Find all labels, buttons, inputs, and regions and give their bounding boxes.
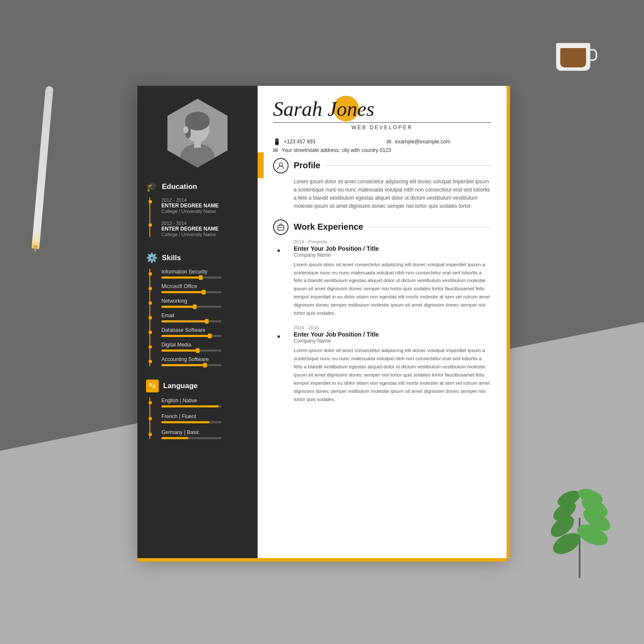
language-bar	[161, 405, 222, 407]
skill-bar	[161, 364, 222, 366]
profile-divider	[325, 165, 491, 166]
skill-bar-handle	[196, 348, 200, 353]
contact-email: ✉ example@example.com	[386, 138, 491, 145]
education-title: Education	[162, 182, 197, 191]
language-item: French | Fluent	[155, 413, 249, 423]
phone-icon: 📱	[273, 138, 280, 145]
edu-year-1: 2012 - 2014	[161, 197, 249, 203]
name-container: Sarah Jones	[273, 98, 374, 121]
language-icon: A文	[146, 380, 159, 392]
photo-area	[137, 86, 258, 176]
skill-name: Information Security	[161, 269, 249, 275]
edu-item-1: 2012 - 2014 ENTER DEGREE NAME College / …	[155, 197, 249, 214]
language-name: French | Fluent	[161, 413, 249, 419]
skill-bar-fill	[161, 349, 197, 352]
work-items-container: 2014 - Presents Enter Your Job Position …	[273, 239, 491, 404]
work-description: Lorem ipsum dolor sit amet consectetur a…	[294, 261, 491, 318]
skill-bar-fill	[161, 364, 205, 366]
work-years: 2014 - 2016	[294, 325, 491, 330]
edu-school-1: College / University Name	[161, 209, 249, 214]
language-bar	[161, 421, 222, 423]
work-job-title: Enter Your Job Position / Title	[294, 245, 491, 252]
phone-text: +123 457 893	[284, 139, 316, 145]
skill-name: Email	[161, 313, 249, 319]
skill-bar-handle	[199, 275, 203, 280]
skills-list: Information Security Microsoft Office Ne…	[149, 269, 249, 366]
skill-bar	[161, 320, 222, 322]
profile-section: Profile Lorem ipsum dolor sit amet conse…	[273, 158, 491, 211]
language-bar-fill	[161, 405, 219, 407]
profile-icon	[273, 158, 289, 173]
skills-section: ⚙️ Skills Information Security Microsoft…	[137, 247, 258, 374]
skill-bar-handle	[202, 290, 206, 295]
work-title-heading: Work Experience	[294, 222, 363, 232]
work-icon	[273, 219, 289, 235]
education-section: 🎓 Education 2012 - 2014 ENTER DEGREE NAM…	[137, 176, 258, 247]
work-company: Company Name	[294, 338, 491, 344]
skill-bar	[161, 306, 222, 308]
edu-degree-1: ENTER DEGREE NAME	[161, 203, 249, 209]
svg-rect-15	[194, 141, 201, 148]
edu-school-2: College / University Name	[161, 232, 249, 237]
work-years: 2014 - Presents	[294, 239, 491, 244]
language-section: A文 Language English | Native French | Fl…	[137, 374, 258, 449]
education-timeline: 2012 - 2014 ENTER DEGREE NAME College / …	[149, 197, 249, 237]
email-text: example@example.com	[395, 139, 450, 145]
skill-item: Digital Media	[155, 342, 249, 352]
skills-icon: ⚙️	[146, 252, 158, 264]
skill-name: Microsoft Office	[161, 283, 249, 289]
work-experience-section: Work Experience 2014 - Presents Enter Yo…	[273, 219, 491, 404]
skill-bar-fill	[161, 320, 207, 322]
main-content: Sarah Jones WEB DEVELOPER 📱 +123 457 893…	[258, 86, 507, 558]
language-bar-fill	[161, 437, 188, 439]
pencil-decoration	[31, 86, 53, 249]
address-icon: ✉	[273, 147, 278, 154]
work-item: 2014 - Presents Enter Your Job Position …	[273, 239, 491, 318]
email-icon: ✉	[386, 138, 392, 145]
skill-name: Database Software	[161, 327, 249, 333]
profile-title: Profile	[294, 161, 320, 170]
skill-bar	[161, 291, 222, 293]
skill-bar-handle	[203, 363, 207, 368]
work-job-title: Enter Your Job Position / Title	[294, 331, 491, 338]
skill-item: Microsoft Office	[155, 283, 249, 293]
yellow-accent-left	[258, 152, 264, 178]
language-name: Germany | Basic	[161, 429, 249, 435]
skill-bar-fill	[161, 291, 204, 293]
contact-address: ✉ Your street/state address, city with c…	[273, 147, 491, 154]
edu-degree-2: ENTER DEGREE NAME	[161, 226, 249, 232]
language-name: English | Native	[161, 398, 249, 404]
skill-item: Information Security	[155, 269, 249, 279]
edu-year-2: 2012 - 2014	[161, 221, 249, 226]
skill-name: Networking	[161, 298, 249, 304]
skill-bar-handle	[205, 319, 209, 324]
svg-point-14	[183, 126, 188, 133]
work-company: Company Name	[294, 252, 491, 258]
work-item: 2014 - 2016 Enter Your Job Position / Ti…	[273, 325, 491, 404]
skill-item: Email	[155, 313, 249, 322]
work-divider	[368, 227, 491, 227]
resume-name: Sarah Jones	[273, 98, 374, 121]
language-title: Language	[163, 382, 197, 390]
address-text: Your street/state address, city with cou…	[282, 147, 391, 153]
skill-name: Accounting Software	[161, 356, 249, 362]
profile-section-header: Profile	[273, 158, 491, 173]
skill-bar	[161, 335, 222, 337]
language-item: Germany | Basic	[155, 429, 249, 439]
skill-bar-fill	[161, 335, 210, 337]
skill-bar-handle	[208, 334, 212, 338]
contact-phone: 📱 +123 457 893	[273, 138, 378, 145]
language-item: English | Native	[155, 398, 249, 407]
sidebar: 🎓 Education 2012 - 2014 ENTER DEGREE NAM…	[137, 86, 258, 558]
plant-decoration	[541, 483, 618, 580]
skill-bar-fill	[161, 276, 200, 279]
edu-item-2: 2012 - 2014 ENTER DEGREE NAME College / …	[155, 221, 249, 237]
skill-bar	[161, 276, 222, 279]
profile-text: Lorem ipsum dolor sit amet consectetur a…	[273, 178, 491, 211]
resume-header: Sarah Jones WEB DEVELOPER	[273, 98, 491, 131]
skill-item: Accounting Software	[155, 356, 249, 366]
skill-bar-handle	[193, 304, 197, 309]
skill-bar	[161, 349, 222, 352]
work-description: Lorem ipsum dolor sit amet consectetur a…	[294, 346, 491, 404]
skill-item: Database Software	[155, 327, 249, 337]
